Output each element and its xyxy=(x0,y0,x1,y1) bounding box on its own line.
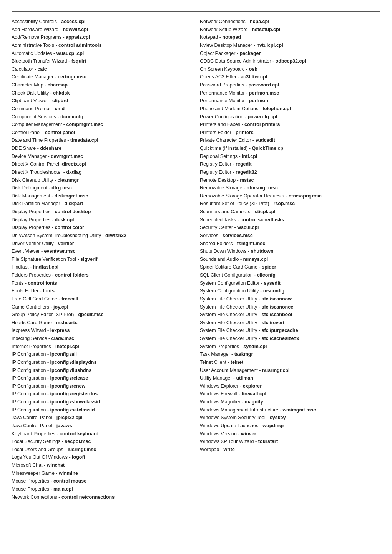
item-label: Phone and Modem Options - xyxy=(200,106,262,111)
item-command: msconfig xyxy=(263,288,285,294)
item-label: System File Checker Utility - xyxy=(200,320,261,325)
item-command: sysedit xyxy=(264,280,281,286)
list-item: Keyboard Properties - control keyboard xyxy=(12,430,192,438)
item-command: winver xyxy=(241,431,256,436)
item-label: Character Map - xyxy=(12,82,48,88)
list-item: Power Configuration - powercfg.cpl xyxy=(200,113,380,121)
item-label: SQL Client Configuration - xyxy=(200,272,257,278)
item-command: chkdsk xyxy=(53,90,70,96)
list-item: IP Configuration - ipconfig /displaydns xyxy=(12,358,192,367)
item-label: Component Services - xyxy=(12,114,60,119)
item-label: Windows Magnifier - xyxy=(200,399,245,405)
item-command: control folders xyxy=(55,272,89,278)
item-command: powercfg.cpl xyxy=(247,114,277,119)
item-command: perfmon xyxy=(249,98,268,103)
item-label: System File Checker Utility - xyxy=(200,304,261,310)
item-label: Date and Time Properties - xyxy=(12,138,70,143)
list-item: Java Control Panel - javaws xyxy=(12,422,192,430)
item-label: System Configuration Utility - xyxy=(200,288,263,294)
item-command: ipconfig /displaydns xyxy=(50,360,97,365)
list-item: Microsoft Chat - winchat xyxy=(12,461,192,469)
item-command: javaws xyxy=(56,423,72,428)
list-item: Removable Storage Operator Requests - nt… xyxy=(200,192,380,200)
item-label: Event Viewer - xyxy=(12,249,44,254)
item-command: timedate.cpl xyxy=(70,138,98,143)
list-item: DDE Share - ddeshare xyxy=(12,144,192,153)
list-item: User Account Management - nusrmgr.cpl xyxy=(200,367,380,375)
list-item: Component Services - dcomcnfg xyxy=(12,113,192,121)
item-label: Java Control Panel - xyxy=(12,415,56,420)
item-command: ipconfig /showclassid xyxy=(50,399,100,405)
item-command: fsquirt xyxy=(71,58,86,64)
item-label: Control Panel - xyxy=(12,130,45,135)
item-label: Resultant Set of Policy (XP Prof) - xyxy=(200,201,274,206)
item-label: System Properties - xyxy=(200,344,243,349)
item-command: mstsc xyxy=(240,177,254,183)
item-command: intl.cpl xyxy=(242,154,257,159)
list-item: Nview Desktop Manager - nvtuicpl.cpl xyxy=(200,41,380,50)
item-command: ipconfig /setclassid xyxy=(50,407,95,413)
item-command: ntmsmgr.msc xyxy=(247,185,278,191)
list-item: Shared Folders - fsmgmt.msc xyxy=(200,240,380,248)
item-command: sfc /purgecache xyxy=(261,328,298,333)
list-item: Local Users and Groups - lusrmgr.msc xyxy=(12,446,192,454)
item-label: Windows XP Tour Wizard - xyxy=(200,439,258,444)
item-command: dcomcnfg xyxy=(60,114,83,119)
list-item: Local Security Settings - secpol.msc xyxy=(12,438,192,446)
list-item: Password Properties - password.cpl xyxy=(200,81,380,89)
item-label: IP Configuration - xyxy=(12,368,50,373)
list-item: Printers Folder - printers xyxy=(200,129,380,137)
item-command: gpedit.msc xyxy=(78,312,103,317)
list-item: Windows Version - winver xyxy=(200,430,380,438)
item-label: Accessibility Controls - xyxy=(12,19,61,24)
item-label: Administrative Tools - xyxy=(12,43,58,48)
list-item: Spider Solitare Card Game - spider xyxy=(200,263,380,271)
item-label: IP Configuration - xyxy=(12,391,50,396)
item-label: Driver Verifier Utility - xyxy=(12,241,58,246)
list-item: ODBC Data Source Administrator - odbccp3… xyxy=(200,57,380,65)
list-item: Registry Editor - regedit32 xyxy=(200,168,380,176)
item-label: Folders Properties - xyxy=(12,272,55,278)
item-command: eventvwr.msc xyxy=(44,249,76,254)
item-label: Network Connections - xyxy=(12,494,61,500)
item-label: System Configuration Editor - xyxy=(200,280,264,286)
list-item: IP Configuration - ipconfig /flushdns xyxy=(12,367,192,375)
item-label: Password Properties - xyxy=(200,82,248,88)
item-command: wmimgmt.msc xyxy=(282,407,316,413)
list-item: Windows System Security Tool - syskey xyxy=(200,414,380,422)
list-item: Task Manager - taskmgr xyxy=(200,350,380,358)
item-label: Removable Storage - xyxy=(200,185,247,191)
list-item: Scheduled Tasks - control schedtasks xyxy=(200,216,380,224)
list-item: Command Prompt - cmd xyxy=(12,105,192,113)
list-item: Display Properties - control desktop xyxy=(12,208,192,216)
list-item: Quicktime (If Installed) - QuickTime.cpl xyxy=(200,144,380,153)
item-command: winchat xyxy=(47,463,65,468)
item-command: charmap xyxy=(48,82,68,88)
item-command: syskey xyxy=(270,415,286,420)
item-command: ntmsoprq.msc xyxy=(289,193,322,199)
list-item: Computer Management - compmgmt.msc xyxy=(12,121,192,129)
list-item: Registry Editor - regedit xyxy=(200,160,380,168)
item-command: QuickTime.cpl xyxy=(252,146,284,151)
list-item: Character Map - charmap xyxy=(12,81,192,89)
item-label: Task Manager - xyxy=(200,352,234,357)
list-item: Folders Properties - control folders xyxy=(12,271,192,279)
item-label: Java Control Panel - xyxy=(12,423,56,428)
item-label: Windows Update Launches - xyxy=(200,423,262,428)
item-label: Windows Management Infrastructure - xyxy=(200,407,282,413)
item-command: sfc /cachesize=x xyxy=(261,336,299,341)
divider xyxy=(12,11,380,12)
list-item: Disk Partition Manager - diskpart xyxy=(12,200,192,208)
list-item: IP Configuration - ipconfig /release xyxy=(12,374,192,382)
item-label: Shared Folders - xyxy=(200,241,237,246)
list-item: Mouse Properties - control mouse xyxy=(12,477,192,485)
item-command: calc xyxy=(37,66,47,72)
item-command: wuaucpl.cpl xyxy=(56,51,84,56)
item-label: Security Center - xyxy=(200,225,237,230)
list-item: Windows XP Tour Wizard - tourstart xyxy=(200,438,380,446)
list-item: Scanners and Cameras - sticpl.cpl xyxy=(200,208,380,216)
item-label: System File Checker Utility - xyxy=(200,336,261,341)
list-item: Windows Explorer - explorer xyxy=(200,382,380,390)
item-command: regedit32 xyxy=(236,169,257,175)
list-item: Network Connections - control netconnect… xyxy=(12,493,192,501)
